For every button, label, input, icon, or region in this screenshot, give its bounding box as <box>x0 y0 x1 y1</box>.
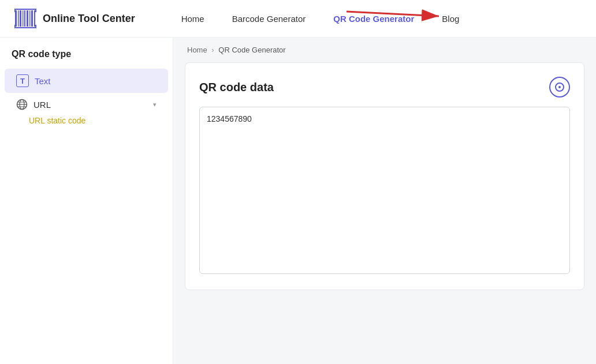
svg-rect-9 <box>31 10 33 27</box>
svg-rect-7 <box>27 10 28 27</box>
sidebar-text-label: Text <box>35 76 51 86</box>
t-icon: T <box>16 74 29 87</box>
svg-rect-16 <box>35 25 36 28</box>
qr-icon-inner <box>555 82 564 92</box>
globe-icon <box>16 99 28 110</box>
qr-code-card: QR code data 1234567890 <box>185 62 584 290</box>
qr-settings-button[interactable] <box>549 77 570 97</box>
logo-text: Online Tool Center <box>43 13 135 25</box>
nav-qr[interactable]: QR Code Generator <box>333 14 414 24</box>
svg-rect-4 <box>20 10 21 27</box>
svg-rect-5 <box>23 10 24 27</box>
svg-rect-13 <box>14 9 16 12</box>
svg-rect-14 <box>35 9 36 12</box>
breadcrumb: Home › QR Code Generator <box>173 37 596 62</box>
svg-rect-3 <box>18 10 19 27</box>
chevron-down-icon: ▾ <box>153 101 157 108</box>
svg-rect-2 <box>15 10 17 27</box>
svg-rect-15 <box>14 25 16 28</box>
nav-barcode[interactable]: Barcode Generator <box>232 14 306 24</box>
logo-area: Online Tool Center <box>14 7 135 30</box>
sidebar-title: QR code type <box>0 49 173 69</box>
card-header: QR code data <box>199 77 570 97</box>
nav-home[interactable]: Home <box>181 14 204 24</box>
header: Online Tool Center Home Barcode Generato… <box>0 0 596 37</box>
sidebar: QR code type T Text URL ▾ <box>0 37 173 364</box>
page-body: QR code type T Text URL ▾ <box>0 37 596 364</box>
qr-icon-dot <box>558 86 561 88</box>
sidebar-item-text[interactable]: T Text <box>5 69 168 93</box>
breadcrumb-current: QR Code Generator <box>218 46 285 54</box>
sidebar-url-static-link[interactable]: URL static code <box>0 112 97 129</box>
card-title: QR code data <box>199 81 274 94</box>
svg-rect-11 <box>14 9 36 10</box>
qr-data-textarea[interactable]: 1234567890 <box>199 107 570 274</box>
barcode-logo-icon <box>14 7 37 30</box>
breadcrumb-home[interactable]: Home <box>187 46 207 54</box>
nav-blog[interactable]: Blog <box>442 14 459 24</box>
main-nav: Home Barcode Generator QR Code Generator… <box>181 14 582 24</box>
svg-rect-12 <box>14 27 36 28</box>
svg-rect-10 <box>34 10 35 27</box>
svg-rect-6 <box>24 10 25 27</box>
breadcrumb-separator: › <box>211 46 214 54</box>
svg-rect-8 <box>29 10 31 27</box>
sidebar-url-label: URL <box>33 100 51 110</box>
main-content: Home › QR Code Generator QR code data 12… <box>173 37 596 364</box>
